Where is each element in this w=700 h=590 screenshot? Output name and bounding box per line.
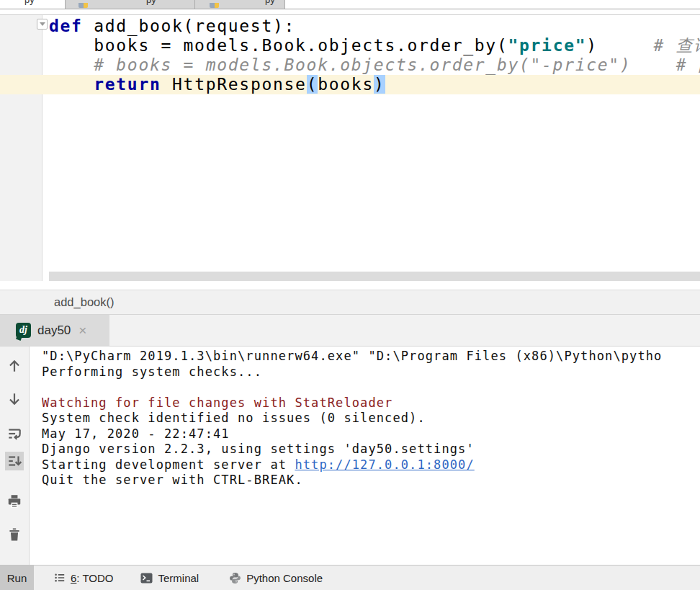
console-line (42, 380, 700, 395)
code-editor[interactable]: def add_book(request): books = models.Bo… (0, 15, 700, 281)
terminal-icon (140, 572, 153, 584)
code-area[interactable]: def add_book(request): books = models.Bo… (0, 17, 700, 94)
code-token (49, 75, 94, 94)
fold-collapse-icon[interactable] (37, 19, 48, 30)
console-output[interactable]: "D:\PyCharm 2019.1.3\bin\runnerw64.exe" … (30, 347, 700, 565)
printer-icon[interactable] (5, 492, 24, 511)
terminal-toolwindow-button[interactable]: Terminal (140, 572, 199, 584)
run-toolwindow-button[interactable]: Run (0, 566, 34, 590)
django-icon: dj (16, 323, 31, 338)
status-bar: Run 6: TODO Terminal Python Console (0, 565, 700, 590)
console-line: Performing system checks... (42, 365, 700, 380)
code-token: add_book(request): (83, 17, 295, 35)
console-line: Quit the server with CTRL-BREAK. (42, 473, 700, 488)
todo-list-icon (54, 572, 66, 584)
terminal-label: Terminal (158, 572, 199, 584)
string-token: "price" (508, 36, 586, 55)
run-tab-title: day50 (37, 323, 71, 338)
matched-brace-token: ( (307, 75, 318, 94)
arrow-up-icon[interactable] (5, 357, 24, 375)
run-console: "D:\PyCharm 2019.1.3\bin\runnerw64.exe" … (0, 347, 700, 565)
code-line: books = models.Book.objects.order_by("pr… (0, 36, 700, 55)
editor-tab-bar: py py py (0, 0, 700, 9)
keyword-token: def (49, 17, 83, 35)
python-file-icon (210, 3, 219, 8)
editor-tab-label: py (24, 0, 35, 5)
console-toolbar (0, 347, 30, 565)
trash-icon[interactable] (5, 525, 24, 544)
console-text: Starting development server at (42, 457, 295, 472)
code-token: books (318, 75, 374, 94)
code-token: HttpResponse (161, 75, 307, 94)
editor-tab-3[interactable]: py (194, 0, 285, 9)
editor-tab-2[interactable]: py (65, 0, 195, 9)
console-line: Django version 2.2.3, using settings 'da… (42, 442, 700, 457)
breadcrumb[interactable]: add_book() (54, 290, 700, 314)
editor-horizontal-scrollbar[interactable] (49, 272, 700, 281)
console-line: "D:\PyCharm 2019.1.3\bin\runnerw64.exe" … (42, 349, 700, 365)
code-token: books = models.Book.objects.order_by( (49, 36, 508, 55)
close-icon[interactable]: × (78, 324, 86, 336)
python-console-label: Python Console (246, 572, 323, 584)
code-token: ) (586, 36, 598, 55)
arrow-down-icon[interactable] (5, 390, 24, 408)
pycharm-window: py py py def add_book(request): books = … (0, 0, 700, 590)
code-line: # books = models.Book.objects.order_by("… (0, 55, 700, 75)
matched-brace-token: ) (374, 75, 385, 94)
console-line: System check identified no issues (0 sil… (42, 411, 700, 426)
soft-wrap-icon[interactable] (5, 424, 24, 443)
python-file-icon (78, 3, 88, 8)
editor-tab-label: py (146, 0, 156, 5)
python-console-toolwindow-button[interactable]: Python Console (229, 572, 323, 584)
todo-label: 6: TODO (71, 572, 113, 584)
console-line: Watching for file changes with StatReloa… (42, 395, 700, 411)
comment-token: # 查询 (598, 36, 700, 55)
editor-tab-label: py (265, 0, 275, 5)
run-tab-day50[interactable]: dj day50 × (0, 315, 109, 346)
run-panel-tab-bar: dj day50 × (0, 315, 700, 347)
scroll-to-end-icon[interactable] (5, 452, 24, 470)
code-line: def add_book(request): (0, 17, 700, 36)
todo-toolwindow-button[interactable]: 6: TODO (54, 572, 113, 584)
breadcrumb-bar: add_book() (0, 290, 700, 315)
console-line: May 17, 2020 - 22:47:41 (42, 426, 700, 442)
keyword-token: return (94, 75, 161, 94)
python-icon (229, 572, 241, 584)
editor-tab-1[interactable]: py (0, 0, 65, 9)
server-url-link[interactable]: http://127.0.0.1:8000/ (295, 457, 474, 472)
code-line: return HttpResponse(books) (0, 75, 700, 94)
comment-token: # books = models.Book.objects.order_by("… (49, 55, 700, 74)
console-line: Starting development server at http://12… (42, 457, 700, 473)
